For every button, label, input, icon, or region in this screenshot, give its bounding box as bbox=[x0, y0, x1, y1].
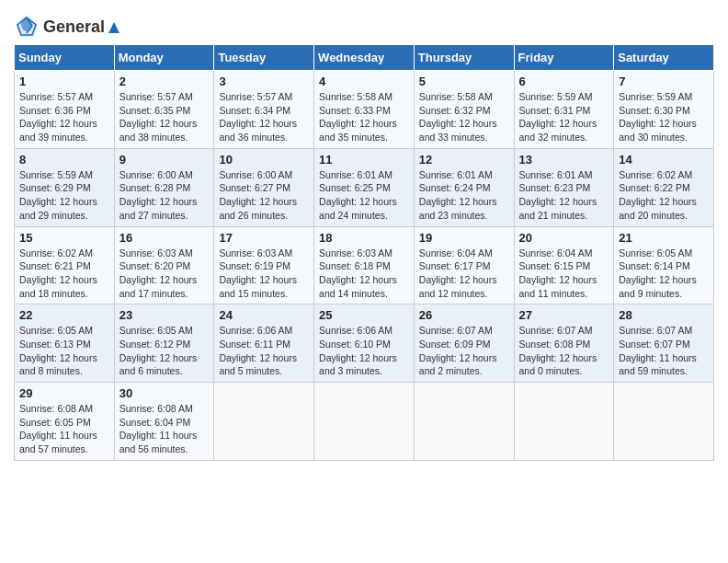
week-row-5: 29Sunrise: 6:08 AM Sunset: 6:05 PM Dayli… bbox=[15, 383, 714, 461]
day-detail: Sunrise: 5:57 AM Sunset: 6:34 PM Dayligh… bbox=[219, 90, 309, 144]
day-number: 4 bbox=[319, 75, 409, 88]
day-number: 15 bbox=[19, 231, 109, 245]
weekday-header-tuesday: Tuesday bbox=[214, 45, 314, 71]
day-cell-29: 29Sunrise: 6:08 AM Sunset: 6:05 PM Dayli… bbox=[15, 383, 115, 461]
day-detail: Sunrise: 6:07 AM Sunset: 6:07 PM Dayligh… bbox=[619, 324, 709, 378]
day-detail: Sunrise: 6:06 AM Sunset: 6:10 PM Dayligh… bbox=[319, 324, 409, 378]
day-number: 13 bbox=[519, 153, 609, 167]
day-detail: Sunrise: 6:01 AM Sunset: 6:24 PM Dayligh… bbox=[419, 168, 509, 223]
day-detail: Sunrise: 6:06 AM Sunset: 6:11 PM Dayligh… bbox=[219, 324, 309, 378]
day-detail: Sunrise: 6:01 AM Sunset: 6:25 PM Dayligh… bbox=[319, 168, 409, 223]
day-number: 2 bbox=[119, 75, 210, 88]
logo-icon bbox=[14, 13, 40, 39]
day-detail: Sunrise: 6:02 AM Sunset: 6:22 PM Dayligh… bbox=[619, 168, 709, 223]
day-number: 3 bbox=[219, 75, 309, 88]
day-number: 17 bbox=[219, 231, 309, 245]
week-row-3: 15Sunrise: 6:02 AM Sunset: 6:21 PM Dayli… bbox=[15, 226, 714, 304]
day-detail: Sunrise: 5:57 AM Sunset: 6:35 PM Dayligh… bbox=[119, 90, 210, 144]
day-number: 9 bbox=[119, 153, 210, 167]
logo-text: General bbox=[43, 17, 123, 37]
day-cell-27: 27Sunrise: 6:07 AM Sunset: 6:08 PM Dayli… bbox=[514, 304, 614, 383]
day-cell-7: 7Sunrise: 5:59 AM Sunset: 6:30 PM Daylig… bbox=[614, 71, 714, 149]
day-detail: Sunrise: 5:59 AM Sunset: 6:31 PM Dayligh… bbox=[519, 90, 609, 144]
day-number: 10 bbox=[219, 153, 309, 167]
weekday-header-monday: Monday bbox=[114, 45, 214, 71]
day-detail: Sunrise: 5:59 AM Sunset: 6:29 PM Dayligh… bbox=[19, 168, 109, 223]
weekday-header-wednesday: Wednesday bbox=[314, 45, 415, 71]
calendar-table: SundayMondayTuesdayWednesdayThursdayFrid… bbox=[14, 44, 714, 461]
empty-cell bbox=[514, 383, 614, 461]
day-detail: Sunrise: 6:07 AM Sunset: 6:08 PM Dayligh… bbox=[519, 324, 609, 378]
day-cell-3: 3Sunrise: 5:57 AM Sunset: 6:34 PM Daylig… bbox=[214, 71, 314, 149]
day-detail: Sunrise: 6:08 AM Sunset: 6:04 PM Dayligh… bbox=[119, 402, 210, 456]
day-detail: Sunrise: 6:03 AM Sunset: 6:20 PM Dayligh… bbox=[119, 247, 210, 301]
day-cell-23: 23Sunrise: 6:05 AM Sunset: 6:12 PM Dayli… bbox=[114, 304, 214, 383]
day-number: 7 bbox=[619, 75, 709, 88]
day-number: 22 bbox=[19, 308, 109, 322]
day-number: 27 bbox=[519, 308, 609, 322]
day-cell-10: 10Sunrise: 6:00 AM Sunset: 6:27 PM Dayli… bbox=[214, 148, 314, 226]
week-row-1: 1Sunrise: 5:57 AM Sunset: 6:36 PM Daylig… bbox=[15, 71, 714, 149]
day-cell-24: 24Sunrise: 6:06 AM Sunset: 6:11 PM Dayli… bbox=[214, 304, 314, 383]
day-cell-21: 21Sunrise: 6:05 AM Sunset: 6:14 PM Dayli… bbox=[614, 226, 714, 304]
day-detail: Sunrise: 6:02 AM Sunset: 6:21 PM Dayligh… bbox=[19, 247, 109, 301]
day-cell-26: 26Sunrise: 6:07 AM Sunset: 6:09 PM Dayli… bbox=[414, 304, 514, 383]
day-cell-22: 22Sunrise: 6:05 AM Sunset: 6:13 PM Dayli… bbox=[15, 304, 115, 383]
day-detail: Sunrise: 6:05 AM Sunset: 6:13 PM Dayligh… bbox=[19, 324, 109, 378]
day-number: 6 bbox=[519, 75, 609, 88]
day-number: 18 bbox=[319, 231, 409, 245]
day-cell-11: 11Sunrise: 6:01 AM Sunset: 6:25 PM Dayli… bbox=[314, 148, 415, 226]
empty-cell bbox=[614, 383, 714, 461]
day-number: 24 bbox=[219, 308, 309, 322]
day-number: 14 bbox=[619, 153, 709, 167]
empty-cell bbox=[214, 383, 314, 461]
day-cell-6: 6Sunrise: 5:59 AM Sunset: 6:31 PM Daylig… bbox=[514, 71, 614, 149]
day-cell-17: 17Sunrise: 6:03 AM Sunset: 6:19 PM Dayli… bbox=[214, 226, 314, 304]
weekday-header-row: SundayMondayTuesdayWednesdayThursdayFrid… bbox=[15, 45, 714, 71]
day-detail: Sunrise: 6:04 AM Sunset: 6:15 PM Dayligh… bbox=[519, 247, 609, 301]
day-cell-14: 14Sunrise: 6:02 AM Sunset: 6:22 PM Dayli… bbox=[614, 148, 714, 226]
day-cell-28: 28Sunrise: 6:07 AM Sunset: 6:07 PM Dayli… bbox=[614, 304, 714, 383]
day-detail: Sunrise: 6:01 AM Sunset: 6:23 PM Dayligh… bbox=[519, 168, 609, 223]
day-cell-18: 18Sunrise: 6:03 AM Sunset: 6:18 PM Dayli… bbox=[314, 226, 415, 304]
day-detail: Sunrise: 5:57 AM Sunset: 6:36 PM Dayligh… bbox=[19, 90, 109, 144]
day-cell-19: 19Sunrise: 6:04 AM Sunset: 6:17 PM Dayli… bbox=[414, 226, 514, 304]
day-number: 21 bbox=[619, 231, 709, 245]
week-row-2: 8Sunrise: 5:59 AM Sunset: 6:29 PM Daylig… bbox=[15, 148, 714, 226]
day-cell-9: 9Sunrise: 6:00 AM Sunset: 6:28 PM Daylig… bbox=[114, 148, 214, 226]
empty-cell bbox=[314, 383, 415, 461]
day-number: 29 bbox=[19, 386, 109, 400]
day-cell-8: 8Sunrise: 5:59 AM Sunset: 6:29 PM Daylig… bbox=[15, 148, 115, 226]
day-number: 8 bbox=[19, 153, 109, 167]
day-number: 19 bbox=[419, 231, 509, 245]
day-number: 20 bbox=[519, 231, 609, 245]
svg-marker-3 bbox=[108, 22, 119, 33]
day-cell-12: 12Sunrise: 6:01 AM Sunset: 6:24 PM Dayli… bbox=[414, 148, 514, 226]
day-detail: Sunrise: 6:08 AM Sunset: 6:05 PM Dayligh… bbox=[19, 402, 109, 456]
day-detail: Sunrise: 6:03 AM Sunset: 6:18 PM Dayligh… bbox=[319, 247, 409, 301]
day-cell-13: 13Sunrise: 6:01 AM Sunset: 6:23 PM Dayli… bbox=[514, 148, 614, 226]
day-detail: Sunrise: 6:00 AM Sunset: 6:28 PM Dayligh… bbox=[119, 168, 210, 223]
week-row-4: 22Sunrise: 6:05 AM Sunset: 6:13 PM Dayli… bbox=[15, 304, 714, 383]
day-detail: Sunrise: 5:58 AM Sunset: 6:33 PM Dayligh… bbox=[319, 90, 409, 144]
day-number: 11 bbox=[319, 153, 409, 167]
day-cell-4: 4Sunrise: 5:58 AM Sunset: 6:33 PM Daylig… bbox=[314, 71, 415, 149]
day-number: 28 bbox=[619, 308, 709, 322]
day-detail: Sunrise: 6:07 AM Sunset: 6:09 PM Dayligh… bbox=[419, 324, 509, 378]
day-number: 25 bbox=[319, 308, 409, 322]
weekday-header-friday: Friday bbox=[514, 45, 614, 71]
day-number: 16 bbox=[119, 231, 210, 245]
day-cell-2: 2Sunrise: 5:57 AM Sunset: 6:35 PM Daylig… bbox=[114, 71, 214, 149]
day-number: 12 bbox=[419, 153, 509, 167]
day-detail: Sunrise: 6:04 AM Sunset: 6:17 PM Dayligh… bbox=[419, 247, 509, 301]
weekday-header-thursday: Thursday bbox=[414, 45, 514, 71]
day-detail: Sunrise: 6:03 AM Sunset: 6:19 PM Dayligh… bbox=[219, 247, 309, 301]
day-cell-15: 15Sunrise: 6:02 AM Sunset: 6:21 PM Dayli… bbox=[15, 226, 115, 304]
day-number: 30 bbox=[119, 386, 210, 400]
day-detail: Sunrise: 5:58 AM Sunset: 6:32 PM Dayligh… bbox=[419, 90, 509, 144]
day-cell-20: 20Sunrise: 6:04 AM Sunset: 6:15 PM Dayli… bbox=[514, 226, 614, 304]
logo-triangle bbox=[106, 19, 122, 36]
day-number: 26 bbox=[419, 308, 509, 322]
logo: General bbox=[14, 13, 123, 39]
day-detail: Sunrise: 6:05 AM Sunset: 6:12 PM Dayligh… bbox=[119, 324, 210, 378]
